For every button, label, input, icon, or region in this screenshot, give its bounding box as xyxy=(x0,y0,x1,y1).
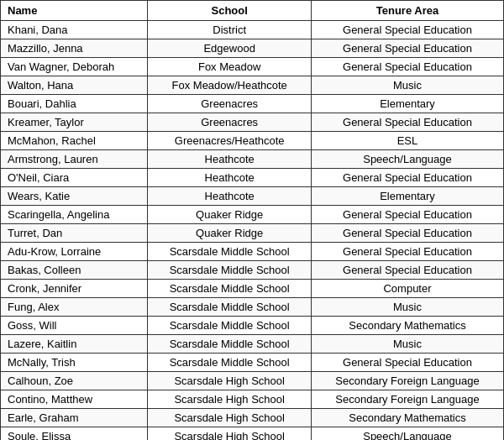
table-row: Wears, KatieHeathcoteElementary xyxy=(1,187,504,206)
table-cell: Speech/Language xyxy=(312,427,504,441)
table-cell: Quaker Ridge xyxy=(148,224,312,243)
table-row: Soule, ElissaScarsdale High SchoolSpeech… xyxy=(1,427,504,441)
table-cell: Cronk, Jennifer xyxy=(1,280,148,298)
table-cell: Scarsdale Middle School xyxy=(148,261,312,280)
table-cell: Scarsdale High School xyxy=(148,409,312,427)
table-cell: Scarsdale Middle School xyxy=(148,354,312,372)
table-cell: Scarsdale Middle School xyxy=(148,280,312,298)
table-cell: Khani, Dana xyxy=(1,21,148,39)
table-cell: Heathcote xyxy=(148,150,312,169)
table-row: Turret, DanQuaker RidgeGeneral Special E… xyxy=(1,224,504,243)
col-header-tenure: Tenure Area xyxy=(312,1,504,21)
table-cell: Armstrong, Lauren xyxy=(1,150,148,169)
table-cell: Computer xyxy=(312,280,504,298)
table-header-row: Name School Tenure Area xyxy=(1,1,504,21)
table-row: Mazzillo, JennaEdgewoodGeneral Special E… xyxy=(1,39,504,58)
table-cell: Greenacres/Heathcote xyxy=(148,132,312,150)
table-row: Calhoun, ZoeScarsdale High SchoolSeconda… xyxy=(1,372,504,390)
table-cell: Kreamer, Taylor xyxy=(1,113,148,132)
table-cell: Scarsdale Middle School xyxy=(148,335,312,354)
table-cell: McMahon, Rachel xyxy=(1,132,148,150)
table-cell: Scaringella, Angelina xyxy=(1,206,148,224)
table-cell: Soule, Elissa xyxy=(1,427,148,441)
table-cell: Bakas, Colleen xyxy=(1,261,148,280)
table-cell: District xyxy=(148,21,312,39)
table-cell: Scarsdale Middle School xyxy=(148,298,312,317)
table-cell: Lazere, Kaitlin xyxy=(1,335,148,354)
table-cell: Fung, Alex xyxy=(1,298,148,317)
table-cell: Heathcote xyxy=(148,187,312,206)
table-cell: Quaker Ridge xyxy=(148,206,312,224)
table-cell: Wears, Katie xyxy=(1,187,148,206)
table-row: O'Neil, CiaraHeathcoteGeneral Special Ed… xyxy=(1,169,504,187)
table-row: Fung, AlexScarsdale Middle SchoolMusic xyxy=(1,298,504,317)
table-row: Contino, MatthewScarsdale High SchoolSec… xyxy=(1,390,504,409)
table-row: Armstrong, LaurenHeathcoteSpeech/Languag… xyxy=(1,150,504,169)
table-row: Kreamer, TaylorGreenacresGeneral Special… xyxy=(1,113,504,132)
table-cell: Contino, Matthew xyxy=(1,390,148,409)
table-row: McNally, TrishScarsdale Middle SchoolGen… xyxy=(1,354,504,372)
table-cell: Scarsdale Middle School xyxy=(148,243,312,261)
table-cell: Elementary xyxy=(312,95,504,113)
table-cell: Calhoun, Zoe xyxy=(1,372,148,390)
table-cell: Secondary Foreign Language xyxy=(312,390,504,409)
table-cell: Music xyxy=(312,298,504,317)
table-cell: General Special Education xyxy=(312,21,504,39)
table-cell: Adu-Krow, Lorraine xyxy=(1,243,148,261)
table-cell: Fox Meadow/Heathcote xyxy=(148,76,312,95)
table-cell: Earle, Graham xyxy=(1,409,148,427)
table-cell: Edgewood xyxy=(148,39,312,58)
table-row: Walton, HanaFox Meadow/HeathcoteMusic xyxy=(1,76,504,95)
table-cell: Speech/Language xyxy=(312,150,504,169)
table-cell: Scarsdale High School xyxy=(148,427,312,441)
table-cell: General Special Education xyxy=(312,113,504,132)
table-cell: General Special Education xyxy=(312,243,504,261)
table-row: Bouari, DahliaGreenacresElementary xyxy=(1,95,504,113)
staff-table: Name School Tenure Area Khani, DanaDistr… xyxy=(0,0,504,440)
table-row: Khani, DanaDistrictGeneral Special Educa… xyxy=(1,21,504,39)
table-cell: Music xyxy=(312,335,504,354)
table-cell: Secondary Foreign Language xyxy=(312,372,504,390)
table-cell: Bouari, Dahlia xyxy=(1,95,148,113)
table-cell: Greenacres xyxy=(148,113,312,132)
table-cell: Van Wagner, Deborah xyxy=(1,58,148,76)
table-cell: Goss, Will xyxy=(1,317,148,335)
table-cell: General Special Education xyxy=(312,354,504,372)
table-cell: Scarsdale High School xyxy=(148,372,312,390)
table-cell: ESL xyxy=(312,132,504,150)
table-cell: O'Neil, Ciara xyxy=(1,169,148,187)
table-cell: Heathcote xyxy=(148,169,312,187)
table-row: Scaringella, AngelinaQuaker RidgeGeneral… xyxy=(1,206,504,224)
table-row: Adu-Krow, LorraineScarsdale Middle Schoo… xyxy=(1,243,504,261)
table-cell: Turret, Dan xyxy=(1,224,148,243)
table-cell: General Special Education xyxy=(312,169,504,187)
table-row: Van Wagner, DeborahFox MeadowGeneral Spe… xyxy=(1,58,504,76)
table-cell: Music xyxy=(312,76,504,95)
table-cell: General Special Education xyxy=(312,261,504,280)
table-cell: General Special Education xyxy=(312,206,504,224)
table-row: Goss, WillScarsdale Middle SchoolSeconda… xyxy=(1,317,504,335)
table-cell: Greenacres xyxy=(148,95,312,113)
table-row: Cronk, JenniferScarsdale Middle SchoolCo… xyxy=(1,280,504,298)
table-cell: Scarsdale High School xyxy=(148,390,312,409)
table-row: Earle, GrahamScarsdale High SchoolSecond… xyxy=(1,409,504,427)
table-cell: Mazzillo, Jenna xyxy=(1,39,148,58)
table-cell: General Special Education xyxy=(312,224,504,243)
table-cell: Secondary Mathematics xyxy=(312,409,504,427)
table-row: Bakas, ColleenScarsdale Middle SchoolGen… xyxy=(1,261,504,280)
col-header-name: Name xyxy=(1,1,148,21)
table-cell: Elementary xyxy=(312,187,504,206)
table-cell: Fox Meadow xyxy=(148,58,312,76)
table-row: McMahon, RachelGreenacres/HeathcoteESL xyxy=(1,132,504,150)
table-row: Lazere, KaitlinScarsdale Middle SchoolMu… xyxy=(1,335,504,354)
table-cell: Scarsdale Middle School xyxy=(148,317,312,335)
table-cell: McNally, Trish xyxy=(1,354,148,372)
col-header-school: School xyxy=(148,1,312,21)
table-cell: General Special Education xyxy=(312,39,504,58)
table-cell: Walton, Hana xyxy=(1,76,148,95)
table-cell: General Special Education xyxy=(312,58,504,76)
table-cell: Secondary Mathematics xyxy=(312,317,504,335)
